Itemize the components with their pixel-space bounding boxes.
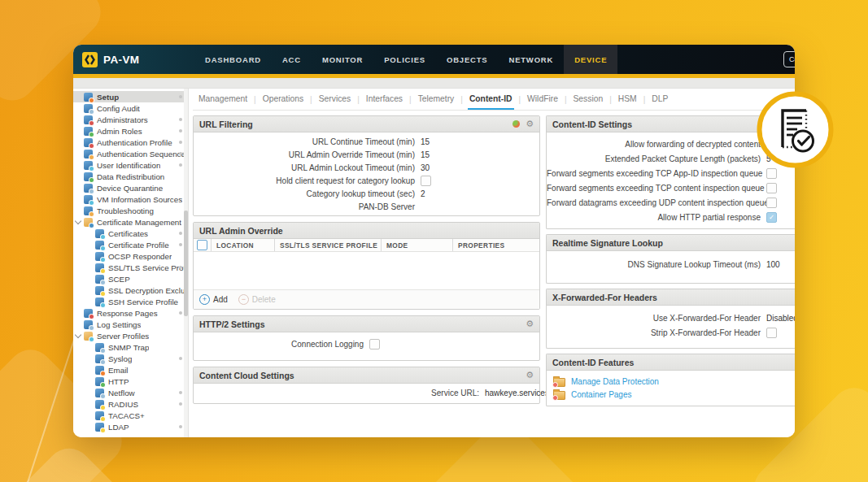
panel-body: DNS Signature Lookup Timeout (ms)100 [547, 251, 795, 283]
sidebar-item-certificates[interactable]: Certificates [73, 228, 188, 239]
nav-item-device[interactable]: DEVICE [564, 45, 617, 74]
checkbox[interactable] [766, 168, 777, 179]
sidebar-item-certificate-management[interactable]: Certificate Management [73, 216, 188, 228]
field-label: Forward datagrams exceeding UDP content … [547, 198, 761, 207]
app-window: PA-VM DASHBOARDACCMONITORPOLICIESOBJECTS… [73, 45, 795, 437]
checkbox[interactable] [766, 198, 777, 208]
tab-services[interactable]: Services [317, 89, 352, 110]
form-row: Forward segments exceeding TCP content i… [547, 180, 795, 195]
field-label: Allow forwarding of decrypted content [547, 140, 761, 149]
tab-content-id[interactable]: Content-ID [468, 89, 514, 110]
commit-button[interactable]: Commit [783, 51, 795, 67]
sidebar-item-snmp-trap[interactable]: SNMP Trap [73, 341, 188, 353]
nav-item-objects[interactable]: OBJECTS [436, 45, 498, 74]
sidebar-item-server-profiles[interactable]: Server Profiles [73, 330, 188, 341]
troubleshooting-icon [84, 206, 93, 215]
sidebar-item-ssl-decryption-exclusion[interactable]: SSL Decryption Exclusion [73, 284, 188, 296]
table-footer: +Add−Delete [194, 289, 539, 309]
tab-separator: | [609, 95, 612, 104]
form-row: URL Admin Override Timeout (min)15 [194, 148, 539, 161]
sidebar-item-http[interactable]: HTTP [73, 376, 188, 387]
checkbox[interactable] [369, 339, 380, 350]
sidebar-list: SetupConfig AuditAdministratorsAdmin Rol… [73, 91, 188, 432]
sidebar-item-authentication-sequence[interactable]: Authentication Sequence [73, 148, 188, 159]
tab-operations[interactable]: Operations [261, 89, 305, 110]
sidebar-item-syslog[interactable]: Syslog [73, 353, 188, 364]
sidebar-item-data-redistribution[interactable]: Data Redistribution [73, 171, 188, 182]
nav-item-network[interactable]: NETWORK [498, 45, 564, 74]
checkbox[interactable] [766, 183, 777, 193]
sidebar-item-certificate-profile[interactable]: Certificate Profile [73, 239, 188, 250]
gear-icon[interactable]: ⚙ [526, 119, 534, 128]
link-container-pages[interactable]: Container Pages [571, 390, 632, 399]
gear-icon[interactable]: ⚙ [526, 371, 534, 380]
tab-dlp[interactable]: DLP [650, 89, 670, 110]
sidebar-item-email[interactable]: Email [73, 364, 188, 376]
field-label: URL Admin Lockout Timeout (min) [194, 163, 415, 172]
sidebar-scrollbar[interactable] [184, 89, 188, 437]
sidebar-item-troubleshooting[interactable]: Troubleshooting [73, 205, 188, 216]
sidebar-item-user-identification[interactable]: User Identification [73, 159, 188, 171]
nav-item-dashboard[interactable]: DASHBOARD [194, 45, 272, 74]
sidebar-item-administrators[interactable]: Administrators [73, 114, 188, 125]
panel-content-id-features: Content-ID FeaturesManage Data Protectio… [546, 354, 795, 406]
email-icon [95, 366, 104, 375]
sidebar-item-ocsp-responder[interactable]: OCSP Responder [73, 250, 188, 262]
checkbox[interactable] [766, 328, 777, 338]
panel-title: Realtime Signature Lookup [552, 238, 663, 248]
link-manage-data-protection[interactable]: Manage Data Protection [571, 377, 659, 386]
tab-telemetry[interactable]: Telemetry [417, 89, 456, 110]
checkbox[interactable]: ✓ [766, 212, 777, 223]
tab-session[interactable]: Session [571, 89, 604, 110]
nav-item-policies[interactable]: POLICIES [373, 45, 436, 74]
config-audit-icon [84, 104, 93, 113]
ldap-icon [95, 423, 104, 432]
field-label: Forward segments exceeding TCP content i… [547, 184, 761, 193]
nav-item-monitor[interactable]: MONITOR [312, 45, 373, 74]
snmp-trap-icon [95, 343, 104, 352]
sidebar-item-admin-roles[interactable]: Admin Roles [73, 125, 188, 137]
sidebar-scrollbar-thumb[interactable] [184, 211, 188, 316]
item-dot-icon [179, 118, 182, 121]
sidebar-item-setup[interactable]: Setup [73, 91, 188, 102]
sidebar-item-tacacs[interactable]: TACACS+ [73, 410, 188, 421]
checkbox[interactable] [421, 176, 431, 186]
item-dot-icon [179, 357, 182, 360]
sidebar-item-label: SCEP [108, 275, 130, 284]
form-row: Use X-Forwarded-For HeaderDisabled [547, 310, 795, 325]
sidebar-item-label: HTTP [108, 377, 129, 386]
sidebar-item-scep[interactable]: SCEP [73, 273, 188, 284]
user-identification-icon [84, 161, 93, 170]
http-icon [95, 377, 104, 386]
sidebar-item-config-audit[interactable]: Config Audit [73, 102, 188, 114]
panel-body: Connection Logging [194, 332, 539, 360]
field-label: Use X-Forwarded-For Header [547, 314, 761, 323]
field-label: URL Admin Override Timeout (min) [194, 150, 415, 159]
certificate-management-icon [84, 218, 93, 227]
nav-item-acc[interactable]: ACC [272, 45, 312, 74]
sidebar-item-vm-information-sources[interactable]: VM Information Sources [73, 193, 188, 205]
sidebar-item-ssl-tls-service-profile[interactable]: SSL/TLS Service Profile [73, 262, 188, 273]
tab-interfaces[interactable]: Interfaces [364, 89, 404, 110]
sidebar-item-ldap[interactable]: LDAP [73, 421, 188, 432]
tab-wildfire[interactable]: WildFire [526, 89, 560, 110]
tab-hsm[interactable]: HSM [617, 89, 639, 110]
field-label: Category lookup timeout (sec) [194, 189, 415, 198]
sidebar-item-log-settings[interactable]: Log Settings [73, 319, 188, 330]
chevron-down-icon[interactable] [75, 332, 81, 338]
sidebar-item-ssh-service-profile[interactable]: SSH Service Profile [73, 296, 188, 307]
tab-management[interactable]: Management [197, 89, 249, 110]
tab-separator: | [357, 95, 360, 104]
panel-body: URL Continue Timeout (min)15URL Admin Ov… [194, 132, 539, 215]
gear-icon[interactable]: ⚙ [526, 319, 534, 328]
sidebar-item-response-pages[interactable]: Response Pages [73, 307, 188, 319]
sidebar-item-authentication-profile[interactable]: Authentication Profile [73, 137, 188, 148]
sidebar-item-label: Authentication Profile [97, 138, 172, 147]
window-body: SetupConfig AuditAdministratorsAdmin Rol… [73, 89, 795, 437]
add-button[interactable]: +Add [199, 294, 228, 305]
chevron-down-icon[interactable] [75, 218, 81, 224]
sidebar-item-netflow[interactable]: Netflow [73, 387, 188, 398]
select-all-checkbox[interactable] [197, 240, 207, 250]
sidebar-item-radius[interactable]: RADIUS [73, 398, 188, 410]
sidebar-item-device-quarantine[interactable]: Device Quarantine [73, 182, 188, 193]
